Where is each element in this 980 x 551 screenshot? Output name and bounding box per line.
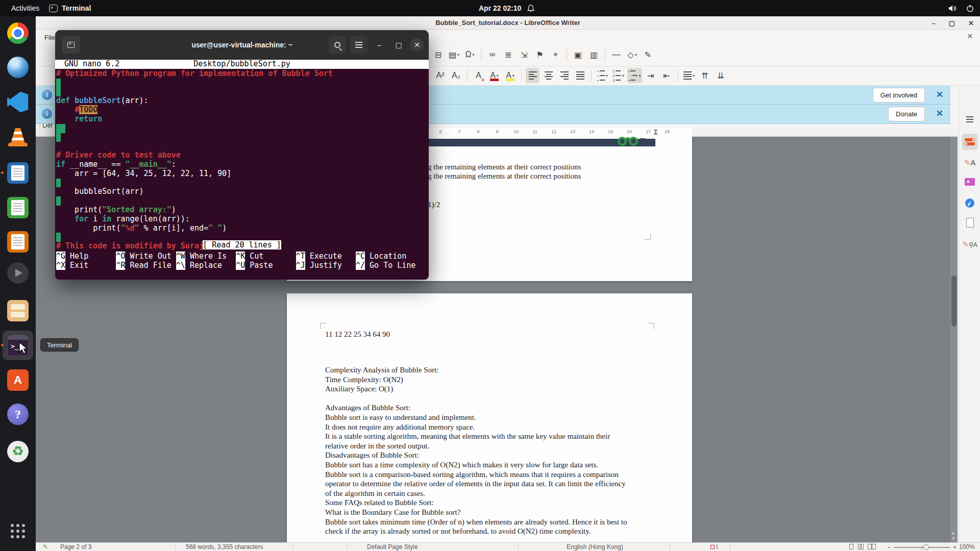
decrease-indent-button[interactable]: ⇤ — [660, 68, 674, 83]
menu-button[interactable] — [350, 36, 368, 54]
dock-item-showapps[interactable] — [6, 519, 30, 543]
dock-item-vscode[interactable] — [6, 90, 30, 114]
minimize-icon[interactable]: – — [372, 36, 387, 54]
dock-item-vlc[interactable] — [6, 124, 30, 149]
dock-item-impress[interactable] — [6, 230, 30, 254]
insert-footnote-icon: ≣ — [505, 50, 511, 60]
increase-indent-button[interactable]: ⇥ — [644, 68, 658, 83]
multi-page-view-icon[interactable] — [857, 544, 864, 551]
insert-comment-button[interactable]: ▣ — [571, 47, 585, 62]
sidebar-tab-sidebar-settings[interactable] — [962, 111, 978, 128]
word-count[interactable]: 568 words, 3,355 characters — [186, 543, 263, 550]
insert-bookmark-button[interactable]: ⚑ — [533, 47, 547, 62]
sidebar-tab-styles[interactable]: ✎A — [962, 155, 978, 171]
activities-button[interactable]: Activities — [7, 0, 43, 16]
single-page-view-icon[interactable] — [849, 544, 853, 551]
sidebar-tab-style-inspector[interactable]: ✎⚲A — [962, 236, 978, 253]
sidebar-tab-page[interactable] — [962, 214, 978, 231]
donate-button[interactable]: Donate — [888, 107, 925, 121]
outline-list-button[interactable]: •◦•▾ — [627, 68, 642, 83]
basic-shapes-button[interactable]: ◇▾ — [625, 47, 639, 62]
document-page-2[interactable]: 11 12 22 25 34 64 90 Complexity Analysis… — [287, 293, 692, 542]
align-left-button[interactable] — [526, 68, 540, 83]
close-infobar-icon[interactable]: ✕ — [936, 108, 943, 119]
dock-item-trash[interactable] — [6, 439, 30, 464]
edit-pen-icon[interactable]: ✎ — [43, 543, 48, 550]
justify-button[interactable] — [573, 68, 587, 83]
freeform-line-button[interactable]: ✎ — [641, 47, 655, 62]
vertical-scrollbar[interactable]: ▲ ▼ — [950, 137, 958, 542]
volume-icon[interactable] — [948, 5, 957, 12]
dock-item-calc[interactable] — [6, 195, 30, 220]
scroll-down-icon[interactable]: ▼ — [951, 536, 955, 541]
document-text-fragment: g the remaining elements at their correc… — [428, 172, 581, 181]
new-tab-button[interactable] — [62, 36, 80, 54]
clear-formatting-button[interactable]: Aø — [472, 68, 485, 83]
nano-shortcut-paste: ^U Paste — [236, 261, 273, 270]
sidebar-tab-properties[interactable] — [962, 134, 978, 150]
unordered-list-button[interactable]: •••▾ — [596, 68, 609, 83]
decrease-paragraph-spacing-button[interactable]: ⇊ — [714, 68, 728, 83]
page-style[interactable]: Default Page Style — [367, 543, 418, 550]
dock-item-chromium[interactable] — [6, 55, 30, 80]
insert-endnote-button[interactable]: ⇲ — [517, 47, 531, 62]
close-icon[interactable]: ✕ — [968, 19, 974, 27]
insert-field-button[interactable]: ▤▾ — [447, 47, 461, 62]
writer-titlebar[interactable]: Bubble_Sort_tutorial.docx - LibreOffice … — [36, 16, 980, 30]
line-spacing-button[interactable]: ▾ — [682, 68, 696, 83]
maximize-icon[interactable]: ▢ — [391, 36, 406, 54]
get-involved-button[interactable]: Get involved — [873, 88, 925, 103]
terminal-titlebar[interactable]: user@user-virtual-machine: ~ – ▢ ✕ — [55, 30, 429, 60]
dock-item-help[interactable] — [6, 402, 30, 427]
superscript-button[interactable]: A² — [433, 68, 447, 83]
zoom-in-icon[interactable]: + — [953, 544, 957, 551]
code-line: bubbleSort(arr) — [56, 187, 428, 196]
track-changes-button[interactable]: ▥ — [587, 47, 601, 62]
minimize-icon[interactable]: – — [932, 19, 936, 27]
gallery-icon — [965, 178, 975, 186]
dock-item-files[interactable] — [6, 298, 30, 323]
dock-item-writer[interactable] — [6, 161, 30, 185]
close-document-icon[interactable]: ✕ — [967, 32, 973, 40]
nano-editor[interactable]: GNU nano 6.2 Desktop/bubbleSort.py # Opt… — [55, 60, 429, 280]
page-info[interactable]: Page 2 of 3 — [60, 543, 91, 550]
subscript-button[interactable]: A₂ — [449, 68, 463, 83]
insert-special-character-button[interactable]: Ω▾ — [463, 47, 477, 62]
zoom-out-icon[interactable]: − — [887, 544, 891, 551]
ordered-list-button[interactable]: 123▾ — [611, 68, 625, 83]
book-view-icon[interactable] — [868, 544, 876, 551]
zoom-slider[interactable]: − + — [887, 544, 957, 551]
nano-shortcut-where-is: ^W Where Is — [176, 252, 227, 261]
zoom-slider-thumb[interactable] — [923, 544, 929, 550]
dock-item-software[interactable] — [6, 368, 30, 392]
mouse-cursor — [18, 342, 30, 355]
align-right-button[interactable] — [557, 68, 571, 83]
insert-horizontal-line-button[interactable]: — — [609, 47, 623, 62]
scrollbar-thumb[interactable] — [951, 276, 957, 327]
selection-mode-icon[interactable]: I — [710, 543, 718, 550]
scroll-up-icon[interactable]: ▲ — [951, 531, 955, 535]
insert-footnote-button[interactable]: ≣ — [501, 47, 515, 62]
clock-button[interactable]: Apr 22 02:10 — [479, 0, 534, 16]
insert-cross-reference-button[interactable]: ⌖ — [549, 47, 562, 62]
insert-hyperlink-button[interactable]: ∞ — [485, 47, 499, 62]
nano-code-buffer[interactable]: # Optimized Python program for implement… — [56, 69, 428, 251]
align-center-button[interactable] — [542, 68, 555, 83]
increase-paragraph-spacing-button[interactable]: ⇈ — [698, 68, 712, 83]
maximize-icon[interactable]: ▢ — [949, 19, 955, 27]
search-button[interactable] — [329, 36, 346, 54]
text-language[interactable]: English (Hong Kong) — [567, 543, 623, 550]
font-color-button[interactable]: A▾ — [487, 68, 501, 83]
focused-app-indicator[interactable]: > Terminal — [49, 0, 91, 16]
insert-page-break-button[interactable]: ⊟ — [431, 47, 445, 62]
close-infobar-icon[interactable]: ✕ — [936, 89, 943, 100]
sidebar-tab-gallery[interactable] — [962, 173, 978, 190]
dock-item-videos[interactable] — [6, 261, 30, 285]
bell-icon — [527, 5, 534, 12]
dock-item-chrome[interactable] — [6, 21, 30, 45]
sidebar-tab-navigator[interactable] — [962, 195, 978, 211]
close-icon[interactable]: ✕ — [410, 38, 424, 52]
zoom-percent[interactable]: 100% — [959, 543, 975, 550]
highlight-color-button[interactable]: A▾ — [503, 68, 517, 83]
power-icon[interactable] — [966, 5, 974, 12]
